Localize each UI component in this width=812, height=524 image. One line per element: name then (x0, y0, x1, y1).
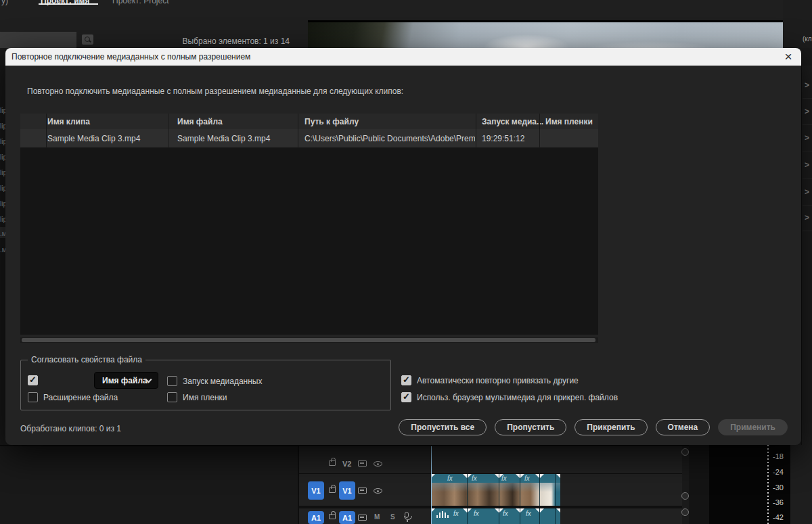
transition-handle-icon (535, 474, 539, 478)
solo-button[interactable]: S (390, 513, 395, 521)
meter-db-label: -36 (773, 498, 784, 506)
video-frame (308, 22, 783, 48)
transition-handle-icon (556, 474, 560, 478)
transition-handle-icon (540, 508, 544, 513)
check-icon: ✓ (403, 391, 410, 402)
transition-handle-icon (520, 508, 524, 513)
premiere-app-window: у) Проект: имя Проект: Project Выбрано э… (0, 0, 812, 524)
panel-gap (689, 445, 709, 524)
track-target-v1-button[interactable]: V1 (339, 481, 355, 500)
source-patch-a1-button[interactable]: A1 (308, 511, 324, 524)
transition-handle-icon (516, 508, 520, 513)
chevron-right-icon[interactable]: > (805, 187, 809, 197)
row-separator (803, 178, 812, 178)
transition-handle-icon (540, 474, 544, 478)
fx-badge: fx (472, 475, 477, 482)
skip-button[interactable]: Пропустить (495, 419, 566, 435)
panel-tab-project-inactive[interactable]: Проект: Project (112, 0, 169, 7)
skip-all-button[interactable]: Пропустить все (399, 419, 487, 435)
track-targeting-icon[interactable] (358, 487, 367, 494)
column-header-media-start[interactable]: Запуск медиа... (482, 117, 543, 126)
transition-handle-icon (520, 474, 524, 478)
transition-handle-icon (499, 508, 503, 513)
audio-clip-group[interactable]: fx fx fx fx (431, 508, 560, 524)
clipped-item: lip (0, 216, 5, 223)
video-clip-group[interactable]: fx fx fx fx (431, 474, 560, 506)
column-header-clip-name[interactable]: Имя клипа (47, 117, 90, 126)
track-targeting-icon[interactable] (358, 460, 367, 467)
playhead[interactable] (431, 446, 432, 524)
eye-icon[interactable] (374, 461, 382, 467)
lock-icon[interactable] (329, 514, 336, 519)
panel-tab-partial[interactable]: у) (1, 0, 8, 7)
meter-db-label: -24 (773, 468, 784, 476)
chevron-right-icon[interactable]: > (805, 160, 809, 170)
row-separator (803, 98, 812, 99)
check-icon: ✓ (29, 375, 37, 385)
close-icon[interactable]: × (780, 49, 797, 65)
scrollbar-knob[interactable] (681, 448, 689, 456)
lock-icon[interactable] (329, 487, 336, 493)
tape-name-checkbox[interactable] (167, 392, 177, 402)
auto-relink-checkbox[interactable]: ✓ (401, 375, 411, 385)
search-icon[interactable] (82, 34, 93, 45)
transition-handle-icon (499, 474, 503, 478)
chevron-right-icon[interactable]: > (805, 80, 809, 90)
source-patch-v1-button[interactable]: V1 (308, 481, 324, 500)
media-start-checkbox[interactable] (167, 376, 177, 386)
clipped-item: lip (0, 122, 5, 130)
clip-edge (499, 474, 499, 506)
cell-file-name: Sample Media Clip 3.mp4 (177, 134, 270, 143)
clipped-item: lip (0, 138, 5, 145)
track-target-a1-button[interactable]: A1 (339, 511, 355, 524)
fx-badge: fx (524, 475, 530, 482)
column-header-file-path[interactable]: Путь к файлу (304, 117, 359, 126)
table-header: Имя клипа Имя файла Путь к файлу Запуск … (20, 114, 598, 129)
clipped-item: lip (0, 185, 5, 192)
tape-name-label: Имя пленки (183, 393, 227, 402)
table-horizontal-scrollbar[interactable] (20, 337, 598, 343)
attach-button[interactable]: Прикрепить (574, 419, 647, 435)
cell-media-start: 19:29:51:12 (482, 134, 524, 143)
column-header-tape-name[interactable]: Имя пленки (545, 117, 593, 126)
voiceover-mic-icon[interactable] (405, 512, 409, 518)
table-empty-area (20, 148, 598, 335)
clip-thumbnails (431, 483, 560, 506)
program-monitor-video (308, 20, 783, 48)
eye-icon[interactable] (374, 488, 382, 494)
cancel-button[interactable]: Отмена (656, 419, 710, 435)
chevron-right-icon[interactable]: > (805, 133, 809, 143)
scrollbar-knob[interactable] (681, 492, 689, 500)
effects-panel-edge: > > > > > > (801, 66, 812, 445)
column-header-file-name[interactable]: Имя файла (177, 117, 223, 126)
table-row[interactable]: Sample Media Clip 3.mp4 Sample Media Cli… (20, 129, 598, 148)
media-browser-checkbox[interactable]: ✓ (401, 392, 411, 402)
timeline-vertical-scrollbar[interactable] (682, 446, 689, 524)
track-v2-label: V2 (342, 460, 351, 468)
fx-badge: fx (447, 475, 453, 482)
scrollbar-knob[interactable] (681, 508, 689, 516)
file-extension-label: Расширение файла (43, 393, 118, 402)
match-property-dropdown[interactable]: Имя файла (94, 372, 158, 389)
dialog-instruction: Повторно подключить медиаданные с полным… (27, 87, 403, 96)
mute-button[interactable]: M (374, 513, 380, 521)
fx-badge: fx (453, 510, 459, 517)
auto-relink-label: Автоматически повторно привязать другие (417, 376, 579, 385)
processed-clips-status: Обработано клипов: 0 из 1 (20, 424, 121, 433)
clip-edge (467, 474, 468, 506)
waveform-icon (436, 512, 450, 519)
dialog-title: Повторное подключение медиаданных с полн… (12, 52, 250, 62)
clipped-item: lip (0, 169, 5, 176)
track-targeting-icon[interactable] (358, 515, 367, 521)
scrollbar-thumb[interactable] (22, 338, 595, 342)
transition-handle-icon (463, 508, 467, 513)
dialog-titlebar[interactable]: Повторное подключение медиаданных с полн… (5, 48, 801, 66)
cell-file-path: C:\Users\Public\Public Documents\Adobe\P… (304, 134, 475, 143)
match-property-checkbox[interactable]: ✓ (28, 375, 38, 385)
chevron-right-icon[interactable]: > (805, 213, 809, 222)
clipped-item: .м (0, 230, 5, 237)
file-extension-checkbox[interactable] (28, 392, 38, 402)
lock-icon[interactable] (329, 460, 336, 466)
meter-db-label: -30 (773, 483, 784, 492)
chevron-right-icon[interactable]: > (805, 107, 809, 116)
